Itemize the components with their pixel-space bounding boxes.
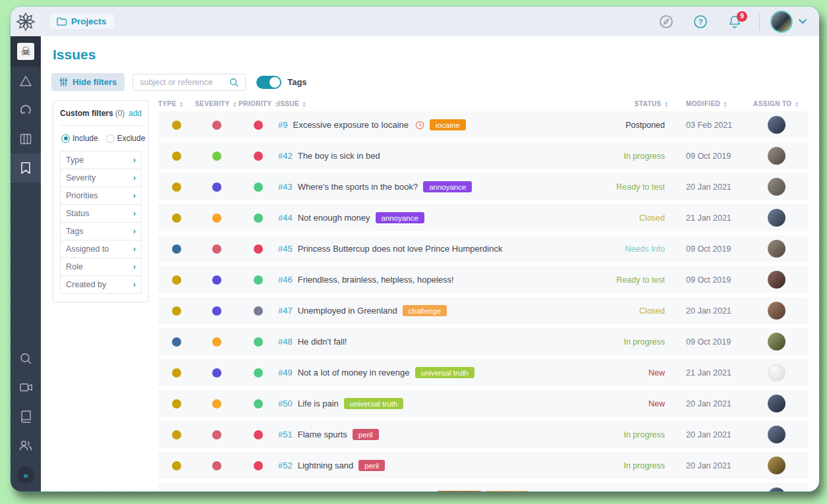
issue-ref[interactable]: #52 — [278, 461, 293, 470]
issue-title[interactable]: Not enough money — [298, 213, 370, 223]
issue-ref[interactable]: #46 — [278, 275, 293, 285]
assignee-avatar[interactable] — [768, 395, 785, 412]
filter-category-assigned-to[interactable]: Assigned to› — [61, 240, 141, 258]
issue-status[interactable]: Closed — [591, 306, 669, 316]
sidebar-item-wiki[interactable] — [11, 402, 41, 431]
sidebar-item-kanban[interactable] — [11, 125, 41, 154]
filter-category-type[interactable]: Type› — [61, 152, 141, 169]
tags-toggle[interactable] — [256, 76, 281, 89]
sidebar-item-meetup[interactable] — [11, 373, 41, 402]
issue-row[interactable]: #45 Princess Buttercup does not love Pri… — [158, 235, 809, 262]
issue-status[interactable]: Ready to test — [591, 275, 669, 285]
issue-row[interactable]: #9 Excessive exposure to Iocaine iocaine… — [158, 111, 809, 138]
assignee-avatar[interactable] — [768, 209, 785, 227]
assignee-avatar[interactable] — [768, 333, 785, 350]
col-header-issue[interactable]: ISSUE▲▼ — [278, 100, 591, 107]
col-header-type[interactable]: TYPE▲▼ — [158, 100, 195, 107]
issue-title[interactable]: He didn't fall! — [298, 337, 347, 347]
issue-title[interactable]: The boy is sick in bed — [298, 151, 380, 161]
col-header-severity[interactable]: SEVERITY▲▼ — [195, 100, 239, 107]
issue-status[interactable]: In progress — [591, 152, 669, 161]
issue-status[interactable]: New — [591, 399, 669, 408]
issue-ref[interactable]: #42 — [278, 151, 293, 161]
issue-row[interactable]: #43 Where's the sports in the book? anno… — [158, 173, 809, 200]
issue-row[interactable]: #46 Friendless, brainless, helpless, hop… — [158, 266, 809, 293]
breadcrumb[interactable]: Projects — [50, 14, 114, 29]
filter-category-tags[interactable]: Tags› — [61, 223, 141, 240]
issue-ref[interactable]: #45 — [278, 244, 293, 254]
filter-category-created-by[interactable]: Created by› — [61, 276, 141, 294]
sidebar-item-team[interactable] — [11, 431, 41, 460]
issue-row[interactable]: #53 Rodents of unusual size (R.O.U.S.) u… — [158, 483, 809, 491]
filter-category-status[interactable]: Status› — [61, 205, 141, 223]
sidebar-collapse-button[interactable]: » — [17, 466, 34, 484]
issue-status[interactable]: In progress — [591, 337, 669, 347]
assignee-avatar[interactable] — [768, 426, 785, 443]
add-filter-link[interactable]: add — [128, 109, 142, 118]
issue-row[interactable]: #51 Flame spurts peril In progress 20 Ja… — [158, 421, 809, 448]
issue-title[interactable]: Excessive exposure to Iocaine — [293, 120, 409, 130]
issue-ref[interactable]: #47 — [278, 306, 293, 316]
issue-row[interactable]: #52 Lightning sand peril In progress 20 … — [158, 452, 809, 479]
hide-filters-button[interactable]: Hide filters — [51, 73, 125, 91]
assignee-avatar[interactable] — [768, 240, 785, 258]
col-header-status[interactable]: STATUS▲▼ — [591, 100, 669, 107]
issue-status[interactable]: In progress — [591, 430, 669, 439]
sidebar-item-issues[interactable] — [11, 154, 41, 182]
include-label[interactable]: Include — [72, 134, 98, 143]
assignee-avatar[interactable] — [768, 178, 785, 196]
user-menu[interactable] — [770, 11, 807, 33]
issue-title[interactable]: Unemployed in Greenland — [298, 306, 397, 316]
filter-category-severity[interactable]: Severity› — [61, 169, 141, 187]
notifications-button[interactable]: 9 — [724, 11, 746, 33]
issue-row[interactable]: #48 He didn't fall! In progress 09 Oct 2… — [158, 328, 809, 355]
issue-ref[interactable]: #9 — [278, 120, 287, 130]
issue-row[interactable]: #47 Unemployed in Greenland challenge Cl… — [158, 297, 809, 324]
col-header-modified[interactable]: MODIFIED▲▼ — [669, 100, 744, 107]
exclude-label[interactable]: Exclude — [117, 134, 146, 143]
issue-row[interactable]: #49 Not a lot of money in revenge univer… — [158, 359, 809, 386]
assignee-avatar[interactable] — [768, 488, 785, 491]
issue-row[interactable]: #50 Life is pain universal truth New 20 … — [158, 390, 809, 417]
issue-ref[interactable]: #48 — [278, 337, 293, 347]
issue-title[interactable]: Princess Buttercup does not love Prince … — [298, 244, 503, 254]
issue-ref[interactable]: #49 — [278, 368, 293, 378]
include-radio[interactable] — [61, 134, 70, 143]
issue-row[interactable]: #42 The boy is sick in bed In progress 0… — [158, 142, 809, 169]
issue-status[interactable]: New — [591, 368, 669, 378]
exclude-radio[interactable] — [106, 134, 115, 143]
discover-button[interactable] — [655, 11, 677, 33]
issue-title[interactable]: Lightning sand — [298, 461, 354, 470]
assignee-avatar[interactable] — [768, 364, 785, 381]
issue-title[interactable]: Friendless, brainless, helpless, hopeles… — [298, 275, 454, 285]
issue-status[interactable]: In progress — [591, 461, 669, 470]
sidebar-item-epics[interactable] — [11, 67, 41, 96]
assignee-avatar[interactable] — [768, 116, 785, 134]
search-box[interactable] — [132, 74, 246, 91]
issue-status[interactable]: Ready to test — [591, 182, 669, 192]
assignee-avatar[interactable] — [768, 302, 785, 320]
search-input[interactable] — [140, 78, 229, 87]
issue-ref[interactable]: #51 — [278, 430, 293, 439]
issue-status[interactable]: Closed — [591, 213, 669, 223]
issue-title[interactable]: Where's the sports in the book? — [298, 182, 418, 192]
col-header-assign-to[interactable]: ASSIGN TO▲▼ — [744, 100, 809, 107]
issue-status[interactable]: Needs Info — [591, 244, 669, 254]
col-header-priority[interactable]: PRIORITY▲▼ — [239, 100, 278, 107]
assignee-avatar[interactable] — [768, 271, 785, 289]
issue-row[interactable]: #44 Not enough money annoyance Closed 21… — [158, 204, 809, 231]
sidebar-item-sprint[interactable] — [11, 96, 41, 125]
issue-ref[interactable]: #43 — [278, 182, 293, 192]
filter-category-priorities[interactable]: Priorities› — [61, 187, 141, 205]
app-logo[interactable] — [11, 12, 41, 32]
assignee-avatar[interactable] — [768, 147, 785, 165]
issue-title[interactable]: Life is pain — [298, 399, 339, 408]
issue-title[interactable]: Flame spurts — [298, 430, 347, 439]
sidebar-item-project[interactable]: ☠ — [11, 36, 41, 67]
assignee-avatar[interactable] — [768, 457, 785, 474]
issue-ref[interactable]: #44 — [278, 213, 293, 223]
issue-title[interactable]: Not a lot of money in revenge — [298, 368, 410, 378]
search-icon[interactable] — [229, 78, 239, 87]
issue-ref[interactable]: #50 — [278, 399, 293, 408]
issue-status[interactable]: Postponed — [591, 121, 669, 130]
